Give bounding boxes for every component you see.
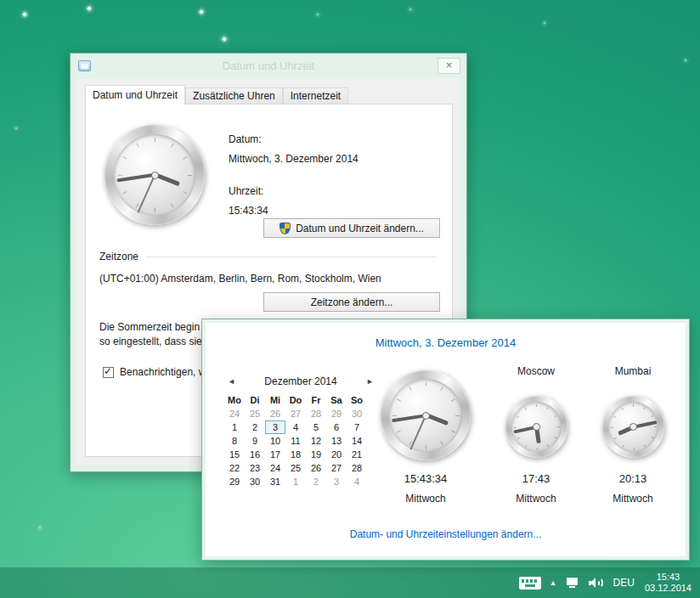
moscow-clock-day: Mittwoch bbox=[505, 493, 567, 505]
sparkle bbox=[22, 12, 27, 17]
calendar-day[interactable]: 29 bbox=[326, 407, 347, 420]
calendar-day[interactable]: 4 bbox=[285, 420, 306, 434]
calendar-day[interactable]: 29 bbox=[224, 475, 245, 488]
calendar-day[interactable]: 2 bbox=[245, 420, 265, 434]
mumbai-clock-day: Mittwoch bbox=[601, 493, 664, 505]
calendar-day[interactable]: 11 bbox=[285, 434, 306, 448]
calendar-next-button[interactable]: ► bbox=[366, 377, 374, 386]
check-icon: ✓ bbox=[104, 365, 112, 377]
calendar-day[interactable]: 27 bbox=[285, 407, 306, 420]
calendar-day[interactable]: 28 bbox=[306, 407, 326, 420]
sparkle bbox=[317, 14, 319, 16]
calendar-day[interactable]: 17 bbox=[265, 448, 285, 461]
calendar-day[interactable]: 5 bbox=[306, 420, 326, 434]
notify-checkbox-row[interactable]: ✓ Benachrichtigen, w bbox=[103, 366, 206, 378]
calendar-day[interactable]: 30 bbox=[245, 475, 265, 488]
calendar-grid: 2425262728293012345678910111213141516171… bbox=[224, 407, 377, 488]
calendar-day[interactable]: 25 bbox=[285, 461, 306, 475]
sparkle bbox=[15, 127, 18, 130]
time-label: Uhrzeit: bbox=[229, 185, 263, 197]
calendar-day[interactable]: 27 bbox=[326, 461, 347, 475]
calendar-dow-cell: Do bbox=[285, 395, 306, 405]
show-hidden-icons-button[interactable]: ▴ bbox=[551, 578, 556, 587]
flyout-date-header: Mittwoch, 3. Dezember 2014 bbox=[202, 336, 689, 349]
calendar-day[interactable]: 12 bbox=[306, 434, 326, 448]
taskbar-time: 15:43 bbox=[657, 572, 680, 583]
change-timezone-button[interactable]: Zeitzone ändern... bbox=[263, 292, 440, 312]
calendar-prev-button[interactable]: ◄ bbox=[228, 377, 235, 386]
network-icon[interactable] bbox=[566, 578, 579, 588]
dialog-title: Datum und Uhrzeit bbox=[223, 59, 314, 72]
taskbar-clock[interactable]: 15:43 03.12.2014 bbox=[645, 572, 695, 594]
close-button[interactable]: × bbox=[438, 58, 460, 74]
dialog-titlebar[interactable]: Datum und Uhrzeit × bbox=[71, 54, 466, 78]
calendar-nav: ◄ Dezember 2014 ► bbox=[224, 375, 377, 389]
tab-zusaetzliche-uhren[interactable]: Zusätzliche Uhren bbox=[185, 87, 283, 104]
calendar-day[interactable]: 24 bbox=[224, 407, 245, 420]
tab-internetzeit[interactable]: Internetzeit bbox=[283, 87, 348, 104]
calendar-day[interactable]: 4 bbox=[347, 475, 367, 488]
volume-icon[interactable] bbox=[589, 577, 603, 589]
taskbar[interactable]: ▴ DEU 15:43 03.12.2014 bbox=[0, 567, 700, 598]
calendar-month-label[interactable]: Dezember 2014 bbox=[264, 375, 336, 387]
system-tray: ▴ DEU 15:43 03.12.2014 bbox=[519, 567, 695, 598]
datetime-settings-link[interactable]: Datum- und Uhrzeiteinstellungen ändern..… bbox=[202, 528, 689, 540]
calendar-day[interactable]: 3 bbox=[326, 475, 347, 488]
language-indicator[interactable]: DEU bbox=[613, 577, 635, 589]
notify-checkbox[interactable]: ✓ bbox=[103, 367, 114, 378]
mumbai-clock-city: Mumbai bbox=[601, 365, 664, 377]
calendar-day[interactable]: 19 bbox=[306, 448, 326, 461]
timezone-section-divider bbox=[147, 257, 437, 257]
calendar-day[interactable]: 1 bbox=[224, 420, 245, 434]
taskbar-date: 03.12.2014 bbox=[645, 583, 692, 594]
calendar-day[interactable]: 9 bbox=[245, 434, 265, 448]
calendar-day[interactable]: 3 bbox=[265, 420, 285, 434]
calendar-day[interactable]: 26 bbox=[265, 407, 285, 420]
calendar-dow-row: MoDiMiDoFrSaSo bbox=[224, 395, 377, 405]
timezone-section-header: Zeitzone bbox=[99, 251, 138, 262]
clock-flyout-panel: Mittwoch, 3. Dezember 2014 ◄ Dezember 20… bbox=[201, 319, 690, 561]
moscow-clock-city: Moscow bbox=[505, 365, 567, 377]
calendar-day[interactable]: 8 bbox=[224, 434, 245, 448]
calendar-day[interactable]: 25 bbox=[245, 407, 265, 420]
calendar-day[interactable]: 23 bbox=[245, 461, 265, 475]
calendar-day[interactable]: 24 bbox=[265, 461, 285, 475]
calendar-dow-cell: Mi bbox=[265, 395, 285, 405]
calendar-day[interactable]: 6 bbox=[326, 420, 347, 434]
dst-text-line1: Die Sommerzeit begin bbox=[99, 321, 200, 333]
calendar-day[interactable]: 2 bbox=[306, 475, 326, 488]
timezone-value: (UTC+01:00) Amsterdam, Berlin, Bern, Rom… bbox=[99, 273, 381, 285]
sparkle bbox=[685, 59, 687, 62]
calendar-day[interactable]: 28 bbox=[347, 461, 367, 475]
calendar-day[interactable]: 16 bbox=[245, 448, 265, 461]
mumbai-clock-time: 20:13 bbox=[601, 472, 664, 485]
calendar-dow-cell: Mo bbox=[224, 395, 245, 405]
calendar-day[interactable]: 26 bbox=[306, 461, 326, 475]
clock-center-cap bbox=[422, 412, 430, 420]
calendar-dow-cell: Di bbox=[245, 395, 265, 405]
sparkle bbox=[222, 37, 227, 42]
calendar-day[interactable]: 30 bbox=[347, 407, 367, 420]
tab-datum-und-uhrzeit[interactable]: Datum und Uhrzeit bbox=[85, 85, 185, 104]
calendar-day[interactable]: 13 bbox=[326, 434, 347, 448]
calendar-day[interactable]: 21 bbox=[347, 448, 367, 461]
calendar-day[interactable]: 22 bbox=[224, 461, 245, 475]
change-datetime-button[interactable]: Datum und Uhrzeit ändern... bbox=[263, 218, 440, 238]
calendar-day[interactable]: 7 bbox=[347, 420, 367, 434]
touch-keyboard-icon[interactable] bbox=[519, 577, 541, 590]
date-value: Mittwoch, 3. Dezember 2014 bbox=[229, 153, 358, 165]
calendar: ◄ Dezember 2014 ► MoDiMiDoFrSaSo 2425262… bbox=[224, 375, 377, 488]
mumbai-clock bbox=[602, 396, 664, 458]
calendar-day[interactable]: 20 bbox=[326, 448, 347, 461]
calendar-dow-cell: Fr bbox=[306, 395, 326, 405]
moscow-clock bbox=[505, 396, 567, 458]
calendar-day[interactable]: 31 bbox=[265, 475, 285, 488]
calendar-day[interactable]: 15 bbox=[224, 448, 245, 461]
desktop-background: Datum und Uhrzeit × Datum und Uhrzeit Zu… bbox=[0, 0, 700, 598]
window-icon bbox=[78, 60, 91, 71]
calendar-dow-cell: Sa bbox=[326, 395, 347, 405]
calendar-day[interactable]: 14 bbox=[347, 434, 367, 448]
calendar-day[interactable]: 1 bbox=[285, 475, 306, 488]
calendar-day[interactable]: 18 bbox=[285, 448, 306, 461]
calendar-day[interactable]: 10 bbox=[265, 434, 285, 448]
